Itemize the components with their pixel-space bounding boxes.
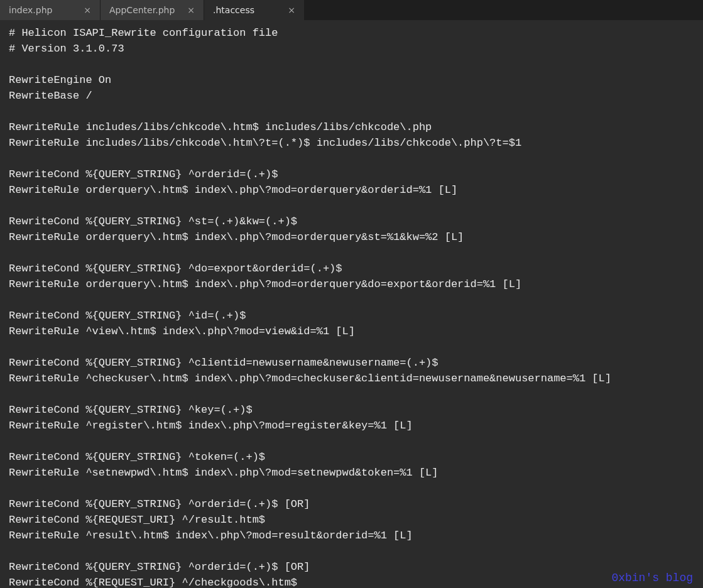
code-line: RewriteEngine On xyxy=(9,72,694,88)
code-line: RewriteBase / xyxy=(9,88,694,104)
code-line: RewriteCond %{QUERY_STRING} ^id=(.+)$ xyxy=(9,308,694,324)
code-line: RewriteCond %{QUERY_STRING} ^key=(.+)$ xyxy=(9,402,694,418)
code-line: RewriteRule includes/libs/chkcode\.htm\?… xyxy=(9,135,694,151)
code-line: RewriteCond %{QUERY_STRING} ^orderid=(.+… xyxy=(9,496,694,512)
code-line xyxy=(9,292,694,308)
code-line: RewriteRule ^setnewpwd\.htm$ index\.php\… xyxy=(9,465,694,481)
code-line: RewriteRule orderquery\.htm$ index\.php\… xyxy=(9,229,694,245)
code-line: RewriteRule includes/libs/chkcode\.htm$ … xyxy=(9,119,694,135)
code-line: RewriteRule orderquery\.htm$ index\.php\… xyxy=(9,276,694,292)
code-line: RewriteCond %{QUERY_STRING} ^orderid=(.+… xyxy=(9,166,694,182)
tab-label: index.php xyxy=(9,5,52,15)
code-line: RewriteRule orderquery\.htm$ index\.php\… xyxy=(9,182,694,198)
code-line: RewriteRule ^register\.htm$ index\.php\?… xyxy=(9,418,694,433)
code-line xyxy=(9,245,694,261)
code-line xyxy=(9,543,694,559)
code-line xyxy=(9,481,694,496)
watermark-text: 0xbin's blog xyxy=(611,572,693,584)
code-line: RewriteCond %{REQUEST_URI} ^/result.htm$ xyxy=(9,512,694,528)
code-line: RewriteCond %{REQUEST_URI} ^/checkgoods\… xyxy=(9,575,694,588)
code-line: RewriteRule ^result\.htm$ index\.php\?mo… xyxy=(9,528,694,543)
code-line: RewriteCond %{QUERY_STRING} ^do=export&o… xyxy=(9,261,694,276)
code-line xyxy=(9,433,694,449)
close-icon[interactable]: × xyxy=(175,5,195,15)
code-line: RewriteCond %{QUERY_STRING} ^token=(.+)$ xyxy=(9,449,694,465)
close-icon[interactable]: × xyxy=(71,5,91,15)
code-line xyxy=(9,57,694,72)
code-line xyxy=(9,386,694,402)
tab-bar: index.php × AppCenter.php × .htaccess × xyxy=(0,0,703,20)
code-line: RewriteCond %{QUERY_STRING} ^st=(.+)&kw=… xyxy=(9,214,694,229)
code-line: # Helicon ISAPI_Rewrite configuration fi… xyxy=(9,25,694,41)
code-line: RewriteCond %{QUERY_STRING} ^clientid=ne… xyxy=(9,355,694,371)
code-line: # Version 3.1.0.73 xyxy=(9,41,694,57)
code-line xyxy=(9,339,694,355)
tab-label: AppCenter.php xyxy=(109,5,175,15)
tab-appcenter-php[interactable]: AppCenter.php × xyxy=(101,0,204,20)
tab-index-php[interactable]: index.php × xyxy=(0,0,101,20)
code-line xyxy=(9,104,694,119)
tab-htaccess[interactable]: .htaccess × xyxy=(204,0,305,20)
code-line: RewriteRule ^view\.htm$ index\.php\?mod=… xyxy=(9,324,694,339)
close-icon[interactable]: × xyxy=(275,5,295,15)
code-line xyxy=(9,151,694,166)
tab-label: .htaccess xyxy=(213,5,254,15)
code-editor[interactable]: # Helicon ISAPI_Rewrite configuration fi… xyxy=(0,20,703,588)
code-line: RewriteCond %{QUERY_STRING} ^orderid=(.+… xyxy=(9,559,694,575)
code-line: RewriteRule ^checkuser\.htm$ index\.php\… xyxy=(9,371,694,386)
code-line xyxy=(9,198,694,214)
